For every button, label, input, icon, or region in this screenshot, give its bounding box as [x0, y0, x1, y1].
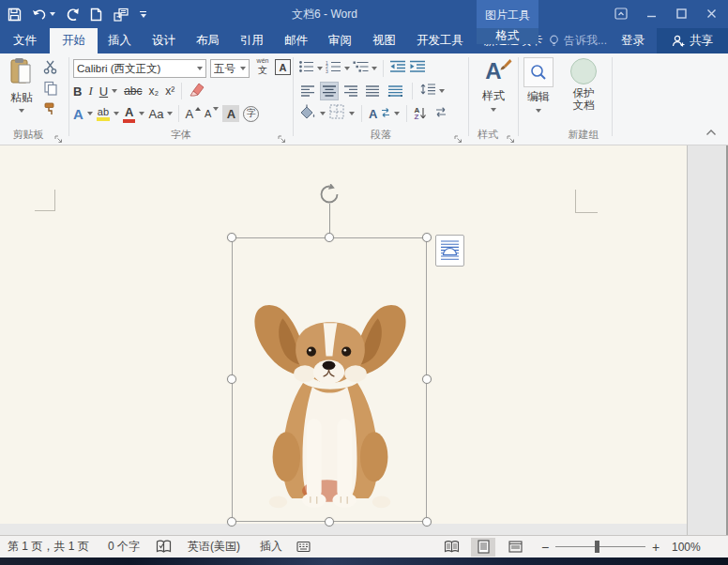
multilevel-caret[interactable]: [372, 67, 377, 70]
resize-handle-mid-left[interactable]: [227, 374, 236, 384]
grow-font-button[interactable]: A: [185, 107, 193, 121]
font-color-button[interactable]: A: [123, 105, 135, 123]
bold-button[interactable]: B: [73, 84, 82, 99]
font-size-combo[interactable]: 五号: [210, 59, 250, 78]
numbering-button[interactable]: 123: [326, 60, 341, 77]
resize-handle-top-left[interactable]: [227, 233, 236, 242]
tell-me-box[interactable]: 告诉我...: [549, 28, 607, 53]
zoom-slider-track[interactable]: [555, 546, 645, 547]
font-name-combo[interactable]: Calibri (西文正文): [73, 59, 206, 78]
character-border-button[interactable]: A: [275, 59, 291, 75]
resize-handle-bottom-center[interactable]: [325, 517, 334, 527]
justify-button[interactable]: [363, 82, 382, 100]
styles-dialog-launcher[interactable]: [507, 131, 516, 141]
undo-dropdown-caret[interactable]: [50, 12, 55, 16]
shading-caret[interactable]: [320, 112, 326, 115]
minimize-icon[interactable]: [636, 0, 666, 26]
rotation-handle[interactable]: [319, 184, 340, 205]
language-status[interactable]: 英语(美国): [188, 536, 240, 557]
clear-formatting-button[interactable]: [189, 82, 205, 100]
sort-button[interactable]: A Z: [414, 107, 427, 120]
share-button[interactable]: 共享: [657, 28, 728, 53]
macro-recorder-icon[interactable]: [296, 536, 311, 557]
insert-mode-status[interactable]: 插入: [260, 536, 282, 557]
strikethrough-button[interactable]: abc: [124, 84, 142, 98]
italic-button[interactable]: I: [88, 84, 92, 99]
tab-design[interactable]: 设计: [142, 28, 186, 53]
customize-qat-icon[interactable]: [140, 11, 146, 18]
resize-handle-top-center[interactable]: [325, 233, 334, 242]
corgi-puppy-image[interactable]: [250, 303, 411, 521]
font-dialog-launcher[interactable]: [278, 131, 287, 141]
superscript-button[interactable]: x²: [165, 84, 174, 98]
vertical-scrollbar[interactable]: [687, 145, 728, 535]
copy-button[interactable]: [43, 81, 58, 96]
collapse-ribbon-icon[interactable]: [705, 123, 717, 140]
subscript-button[interactable]: x₂: [148, 84, 159, 98]
maximize-icon[interactable]: [666, 0, 696, 26]
asian-layout-button[interactable]: A: [369, 107, 377, 121]
word-count-status[interactable]: 0 个字: [108, 536, 140, 557]
shrink-font-button[interactable]: A: [205, 108, 211, 119]
text-effects-caret[interactable]: [87, 112, 93, 115]
resize-handle-bottom-right[interactable]: [422, 517, 432, 527]
borders-button[interactable]: [329, 104, 345, 123]
cut-button[interactable]: [43, 60, 59, 74]
tab-layout[interactable]: 布局: [186, 28, 230, 53]
change-case-caret[interactable]: [167, 112, 173, 115]
distributed-button[interactable]: [385, 82, 405, 100]
asian-layout-caret[interactable]: [394, 112, 400, 115]
font-color-caret[interactable]: [139, 112, 144, 115]
shading-bucket-button[interactable]: [298, 104, 316, 123]
proofing-status-icon[interactable]: [156, 536, 172, 557]
increase-indent-button[interactable]: [409, 60, 426, 77]
redo-icon[interactable]: [66, 8, 80, 22]
decrease-indent-button[interactable]: [389, 60, 406, 77]
resize-handle-bottom-left[interactable]: [227, 517, 236, 527]
format-painter-button[interactable]: [43, 101, 58, 116]
clipboard-dialog-launcher[interactable]: [54, 131, 64, 141]
highlight-color-button[interactable]: ab: [97, 106, 110, 121]
sign-in-button[interactable]: 登录: [621, 28, 645, 53]
bullets-caret[interactable]: [317, 67, 323, 70]
send-receive-icon[interactable]: [113, 8, 129, 22]
align-right-button[interactable]: [341, 82, 360, 100]
line-spacing-caret[interactable]: [439, 89, 445, 93]
layout-options-button[interactable]: [435, 235, 464, 267]
zoom-slider-thumb[interactable]: [595, 541, 599, 553]
paste-dropdown-caret[interactable]: [19, 109, 24, 113]
character-shading-button[interactable]: A: [222, 105, 239, 122]
align-center-button[interactable]: [320, 82, 339, 100]
paragraph-dialog-launcher[interactable]: [454, 131, 463, 141]
multilevel-list-button[interactable]: [353, 60, 369, 77]
zoom-percentage[interactable]: 100%: [672, 536, 701, 557]
resize-handle-top-right[interactable]: [422, 233, 432, 242]
paste-button[interactable]: 粘贴: [4, 57, 39, 132]
undo-icon[interactable]: [32, 8, 55, 21]
tab-view[interactable]: 视图: [362, 28, 406, 53]
close-icon[interactable]: [696, 0, 726, 26]
zoom-in-button[interactable]: +: [652, 536, 660, 557]
highlight-caret[interactable]: [114, 112, 119, 115]
phonetic-guide-button[interactable]: wén 文: [253, 57, 272, 78]
read-mode-button[interactable]: [439, 536, 463, 557]
tab-home[interactable]: 开始: [50, 28, 98, 53]
text-effects-button[interactable]: A: [73, 106, 83, 122]
underline-caret[interactable]: [112, 89, 117, 93]
show-hide-marks-button[interactable]: [434, 105, 447, 122]
enclose-characters-button[interactable]: 字: [243, 106, 259, 122]
line-spacing-button[interactable]: [419, 83, 436, 99]
save-icon[interactable]: [8, 8, 22, 22]
new-document-icon[interactable]: [90, 8, 102, 22]
page-number-status[interactable]: 第 1 页，共 1 页: [8, 536, 89, 557]
tab-developer[interactable]: 开发工具: [406, 28, 474, 53]
ribbon-display-options-icon[interactable]: [606, 0, 636, 26]
tab-insert[interactable]: 插入: [98, 28, 142, 53]
underline-button[interactable]: U: [99, 84, 108, 99]
print-layout-button[interactable]: [471, 536, 495, 557]
protect-document-button[interactable]: 保护 文档: [559, 58, 608, 130]
bullets-button[interactable]: [298, 60, 314, 77]
tab-file[interactable]: 文件: [0, 28, 50, 53]
numbering-caret[interactable]: [344, 67, 350, 70]
zoom-out-button[interactable]: −: [541, 536, 549, 557]
